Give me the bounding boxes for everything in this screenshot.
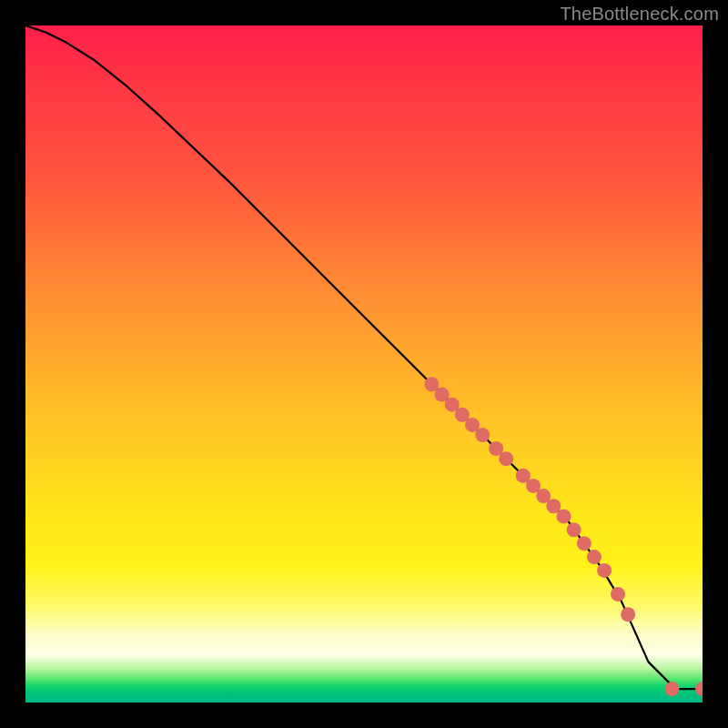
highlighted-point [587,550,602,564]
plot-area [25,25,703,703]
highlighted-point [499,451,513,466]
highlighted-point [567,522,581,537]
highlighted-point [556,509,571,523]
attribution-label: TheBottleneck.com [560,4,719,25]
chart-overlay [25,25,703,703]
highlighted-point [665,682,680,696]
highlighted-point [475,428,490,442]
highlighted-point [611,587,625,602]
chart-stage: TheBottleneck.com [0,0,728,728]
highlighted-points-group [424,377,703,696]
highlighted-point [621,607,635,622]
highlighted-point [597,563,612,578]
highlighted-point [695,682,703,696]
highlighted-point [577,536,592,551]
bottleneck-curve-line [25,25,703,689]
